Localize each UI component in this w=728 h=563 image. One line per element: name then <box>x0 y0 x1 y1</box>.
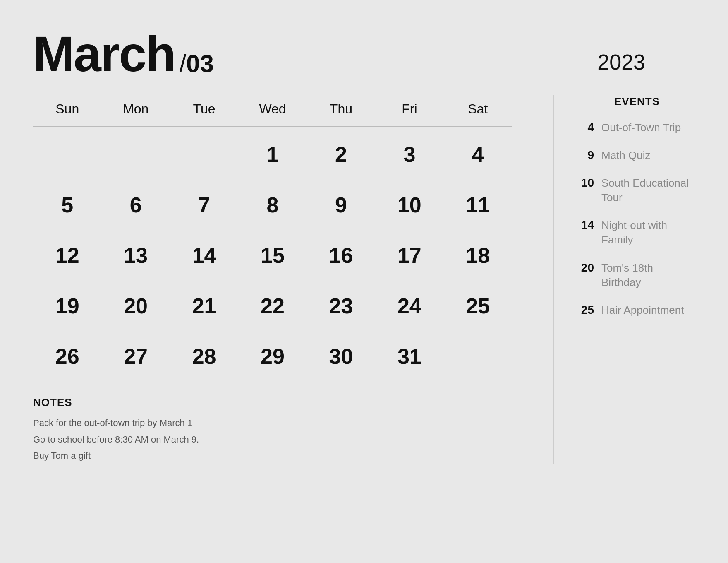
event-name: Night-out with Family <box>601 218 695 247</box>
calendar-day[interactable]: 15 <box>238 236 307 274</box>
calendar-day[interactable]: 30 <box>307 337 375 375</box>
calendar-day: 0 <box>101 135 170 173</box>
month-name: March <box>33 29 175 79</box>
calendar-divider <box>33 126 512 127</box>
calendar-day: 0 <box>170 135 238 173</box>
calendar-day[interactable]: 9 <box>307 186 375 224</box>
calendar-day[interactable]: 23 <box>307 287 375 325</box>
year: 2023 <box>597 50 695 75</box>
calendar-day[interactable]: 8 <box>238 186 307 224</box>
event-item: 14Night-out with Family <box>579 218 695 247</box>
events-section: EVENTS 4Out-of-Town Trip9Math Quiz10Sout… <box>571 95 695 464</box>
event-item: 20Tom's 18th Birthday <box>579 261 695 290</box>
calendar-day[interactable]: 6 <box>101 186 170 224</box>
calendar-day[interactable]: 28 <box>170 337 238 375</box>
event-name: Tom's 18th Birthday <box>601 261 695 290</box>
notes-section: NOTES Pack for the out-of-town trip by M… <box>33 396 512 464</box>
day-header-sat: Sat <box>444 95 512 123</box>
calendar-day[interactable]: 17 <box>375 236 443 274</box>
notes-text: Pack for the out-of-town trip by March 1… <box>33 415 512 464</box>
month-slash: / <box>179 49 186 79</box>
calendar-day[interactable]: 25 <box>444 287 512 325</box>
event-day: 25 <box>579 303 594 317</box>
event-name: Math Quiz <box>601 148 651 163</box>
event-item: 10South Educational Tour <box>579 176 695 205</box>
calendar-day[interactable]: 26 <box>33 337 101 375</box>
event-day: 4 <box>579 120 594 135</box>
month-number: 03 <box>186 49 214 79</box>
calendar-day[interactable]: 27 <box>101 337 170 375</box>
note-line: Pack for the out-of-town trip by March 1 <box>33 415 512 431</box>
day-header-sun: Sun <box>33 95 101 123</box>
calendar-day[interactable]: 22 <box>238 287 307 325</box>
day-header-fri: Fri <box>375 95 443 123</box>
day-headers: SunMonTueWedThuFriSat <box>33 95 512 123</box>
event-item: 4Out-of-Town Trip <box>579 120 695 135</box>
calendar-day[interactable]: 20 <box>101 287 170 325</box>
calendar-day[interactable]: 24 <box>375 287 443 325</box>
calendar-day[interactable]: 18 <box>444 236 512 274</box>
calendar-day[interactable]: 7 <box>170 186 238 224</box>
calendar-day[interactable]: 4 <box>444 135 512 173</box>
calendar-grid: 0001234567891011121314151617181920212223… <box>33 135 512 375</box>
calendar-day[interactable]: 10 <box>375 186 443 224</box>
calendar-section: SunMonTueWedThuFriSat 000123456789101112… <box>33 95 537 464</box>
day-header-tue: Tue <box>170 95 238 123</box>
calendar-day[interactable]: 14 <box>170 236 238 274</box>
event-item: 25Hair Appointment <box>579 303 695 318</box>
calendar-day[interactable]: 31 <box>375 337 443 375</box>
section-divider <box>553 95 554 464</box>
calendar-day: 0 <box>33 135 101 173</box>
calendar-day[interactable]: 13 <box>101 236 170 274</box>
event-day: 20 <box>579 261 594 275</box>
event-name: Out-of-Town Trip <box>601 120 681 135</box>
calendar-day[interactable]: 21 <box>170 287 238 325</box>
calendar-day[interactable]: 1 <box>238 135 307 173</box>
calendar-day[interactable]: 19 <box>33 287 101 325</box>
event-day: 9 <box>579 148 594 162</box>
note-line: Buy Tom a gift <box>33 448 512 464</box>
event-name: South Educational Tour <box>601 176 695 205</box>
event-item: 9Math Quiz <box>579 148 695 163</box>
day-header-wed: Wed <box>238 95 307 123</box>
calendar-day: 0 <box>444 337 512 375</box>
notes-title: NOTES <box>33 396 512 409</box>
events-title: EVENTS <box>579 95 695 108</box>
calendar-day[interactable]: 11 <box>444 186 512 224</box>
calendar-day[interactable]: 2 <box>307 135 375 173</box>
note-line: Go to school before 8:30 AM on March 9. <box>33 431 512 448</box>
day-header-mon: Mon <box>101 95 170 123</box>
events-list: 4Out-of-Town Trip9Math Quiz10South Educa… <box>579 120 695 318</box>
event-name: Hair Appointment <box>601 303 684 318</box>
day-header-thu: Thu <box>307 95 375 123</box>
event-day: 10 <box>579 176 594 190</box>
calendar-page: March / 03 2023 SunMonTueWedThuFriSat 00… <box>0 0 728 563</box>
calendar-day[interactable]: 29 <box>238 337 307 375</box>
calendar-day[interactable]: 3 <box>375 135 443 173</box>
calendar-day[interactable]: 5 <box>33 186 101 224</box>
header: March / 03 2023 <box>33 29 695 79</box>
main-content: SunMonTueWedThuFriSat 000123456789101112… <box>33 95 695 464</box>
calendar-day[interactable]: 12 <box>33 236 101 274</box>
event-day: 14 <box>579 218 594 232</box>
calendar-day[interactable]: 16 <box>307 236 375 274</box>
